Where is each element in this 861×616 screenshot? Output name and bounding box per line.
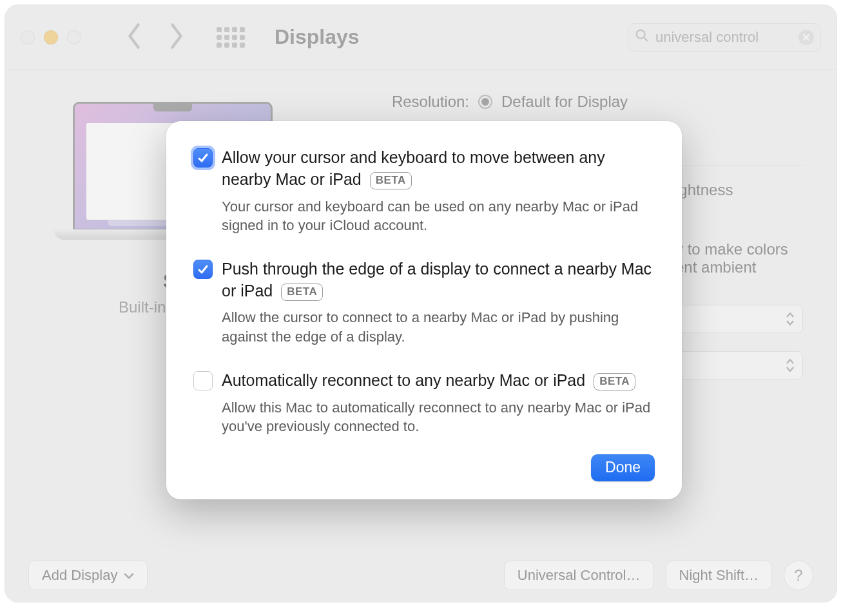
- window-controls: [21, 30, 81, 44]
- minimize-window-button[interactable]: [44, 30, 58, 44]
- uc-option-0-title: Allow your cursor and keyboard to move b…: [222, 147, 655, 191]
- uc-option-2-title: Automatically reconnect to any nearby Ma…: [222, 370, 655, 392]
- resolution-default-radio[interactable]: [478, 95, 492, 109]
- uc-option-1-checkbox[interactable]: [193, 260, 213, 279]
- stepper-icon: [786, 358, 795, 372]
- uc-option-1-desc: Allow the cursor to connect to a nearby …: [222, 308, 655, 346]
- uc-option-0-desc: Your cursor and keyboard can be used on …: [222, 197, 655, 235]
- zoom-window-button[interactable]: [67, 30, 81, 44]
- search-input[interactable]: universal control: [628, 23, 821, 52]
- close-window-button[interactable]: [21, 30, 35, 44]
- done-button[interactable]: Done: [591, 454, 655, 481]
- toolbar: Displays universal control: [5, 5, 837, 70]
- chevron-down-icon: [124, 567, 134, 584]
- uc-option-0: Allow your cursor and keyboard to move b…: [193, 147, 655, 235]
- night-shift-button[interactable]: Night Shift…: [666, 561, 773, 590]
- uc-option-2: Automatically reconnect to any nearby Ma…: [193, 370, 655, 436]
- uc-option-1: Push through the edge of a display to co…: [193, 258, 655, 347]
- beta-badge: BETA: [281, 284, 323, 301]
- help-button[interactable]: ?: [784, 561, 813, 590]
- uc-option-2-checkbox[interactable]: [193, 371, 213, 390]
- resolution-label: Resolution:: [353, 93, 469, 111]
- uc-option-0-checkbox[interactable]: [193, 148, 213, 168]
- add-display-button[interactable]: Add Display: [28, 561, 148, 590]
- search-text: universal control: [655, 29, 792, 46]
- show-all-icon[interactable]: [217, 27, 245, 48]
- add-display-label: Add Display: [42, 567, 117, 584]
- footer: Add Display Universal Control… Night Shi…: [5, 549, 837, 602]
- truetone-text-2: ent ambient: [675, 258, 803, 276]
- forward-button[interactable]: [168, 22, 186, 53]
- system-preferences-window: Displays universal control Si Bu: [5, 5, 837, 602]
- stepper-icon: [786, 312, 795, 326]
- resolution-value: Default for Display: [501, 93, 628, 111]
- truetone-text-1: y to make colors: [675, 240, 803, 258]
- beta-badge: BETA: [594, 373, 635, 390]
- nav-arrows: [125, 22, 186, 53]
- brightness-label-fragment: ightness: [675, 181, 803, 199]
- clear-search-button[interactable]: [798, 30, 814, 45]
- uc-option-1-title: Push through the edge of a display to co…: [222, 258, 655, 302]
- back-button[interactable]: [125, 22, 143, 53]
- uc-option-2-desc: Allow this Mac to automatically reconnec…: [222, 398, 655, 436]
- search-icon: [635, 28, 649, 46]
- universal-control-modal: Allow your cursor and keyboard to move b…: [166, 121, 682, 499]
- beta-badge: BETA: [370, 172, 412, 189]
- page-title: Displays: [275, 25, 360, 49]
- universal-control-button[interactable]: Universal Control…: [504, 561, 654, 590]
- svg-line-1: [644, 37, 647, 41]
